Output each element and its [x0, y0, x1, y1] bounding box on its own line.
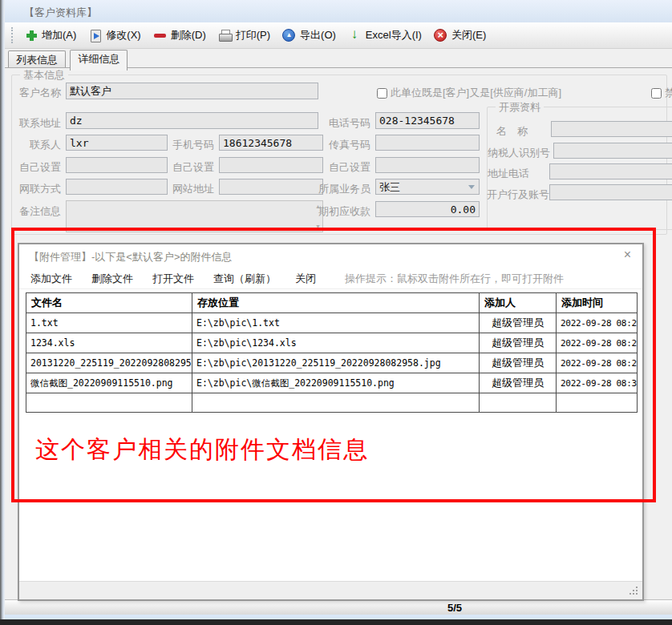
add-button-label: 增加(A): [42, 28, 76, 42]
add-icon: [23, 29, 38, 42]
cell-added-time: 2022-09-28 08:29: [557, 313, 638, 333]
close-button[interactable]: 关闭(E): [429, 26, 493, 45]
cell-filename: 微信截图_20220909115510.png: [26, 373, 192, 393]
invoice-group-title: 开票资料: [496, 101, 544, 113]
cell-added-by: 超级管理员: [480, 313, 557, 333]
dual-role-checkbox-wrap: 此单位既是[客户]又是[供应商/加工商]: [377, 86, 561, 100]
fax-label: 传真号码: [324, 138, 370, 152]
dual-role-checkbox-label: 此单位既是[客户]又是[供应商/加工商]: [391, 86, 561, 100]
status-bar: 5/5: [5, 599, 672, 615]
contact-address-label: 联系地址: [6, 116, 61, 131]
remark-textarea[interactable]: ▲ ▼: [66, 200, 323, 232]
cell-added-time: [557, 393, 638, 413]
menu-query-refresh[interactable]: 查询（刷新）: [213, 272, 276, 286]
excel-import-icon: [347, 29, 362, 42]
initial-receivable-input[interactable]: [375, 201, 480, 217]
attachment-manager-dialog: 【附件管理】-以下是<默认客户>的附件信息 × 添加文件 删除文件 打开文件 查…: [18, 243, 644, 601]
custom-right-label: 自己设置: [324, 160, 370, 175]
print-button[interactable]: 打印(P): [213, 26, 277, 45]
cell-added-time: 2022-09-28 08:29: [557, 353, 638, 373]
cell-added-by: [480, 393, 557, 413]
menu-open-file[interactable]: 打开文件: [152, 272, 194, 286]
table-row[interactable]: 20131220_225119_20220928082958.jpg E:\zb…: [26, 353, 638, 373]
invoice-name-input[interactable]: [551, 121, 672, 137]
custom-left-label: 自己设置: [6, 160, 61, 175]
mobile-input[interactable]: [219, 135, 323, 151]
custom-right-input[interactable]: [375, 157, 480, 173]
scroll-down-icon[interactable]: ▼: [315, 224, 321, 229]
toolbar: 增加(A) 修改(X) 删除(D) 打印(P) 导出(O) Excel导入(I): [5, 22, 672, 49]
export-button[interactable]: 导出(O): [277, 26, 343, 45]
website-label: 网站地址: [163, 182, 214, 196]
cell-added-by: 超级管理员: [480, 373, 557, 393]
remark-label: 备注信息: [6, 204, 61, 219]
invoice-bank-account-label: 开户行及账号: [487, 188, 549, 202]
cell-filename: 20131220_225119_20220928082958.jpg: [26, 353, 192, 373]
excel-import-button-label: Excel导入(I): [366, 28, 422, 42]
edit-button-label: 修改(X): [106, 28, 140, 42]
resize-grip-icon[interactable]: [636, 593, 638, 595]
dialog-close-icon[interactable]: ×: [624, 248, 631, 261]
table-row[interactable]: 1.txt E:\zb\pic\1.txt 超级管理员 2022-09-28 0…: [26, 313, 638, 333]
cell-added-by: 超级管理员: [480, 333, 557, 353]
invoice-address-phone-input[interactable]: [549, 163, 672, 179]
fax-input[interactable]: [375, 135, 480, 151]
disabled-checkbox-wrap: 禁: [651, 86, 672, 100]
net-contact-label: 网联方式: [6, 182, 61, 196]
window-title: 【客户资料库】: [24, 6, 97, 20]
export-button-label: 导出(O): [300, 28, 336, 42]
edit-button[interactable]: 修改(X): [83, 26, 148, 45]
salesman-select[interactable]: 张三: [375, 179, 480, 195]
add-button[interactable]: 增加(A): [19, 26, 83, 45]
phone-label: 电话号码: [324, 116, 370, 131]
edit-icon: [87, 29, 103, 42]
tab-detail-info[interactable]: 详细信息: [70, 50, 128, 71]
table-row-empty[interactable]: [26, 393, 638, 413]
cell-filename: [26, 393, 192, 413]
website-input[interactable]: [219, 179, 323, 195]
tabstrip: 列表信息 详细信息: [5, 49, 672, 67]
delete-button[interactable]: 删除(D): [148, 26, 213, 45]
table-row[interactable]: 微信截图_20220909115510.png E:\zb\pic\微信截图_2…: [26, 373, 638, 393]
cell-location: E:\zb\pic\1234.xls: [192, 333, 480, 353]
invoice-taxid-input[interactable]: [553, 143, 672, 159]
invoice-taxid-label: 纳税人识别号: [488, 146, 550, 160]
attachment-table: 文件名 存放位置 添加人 添加时间 1.txt E:\zb\pic\1.txt …: [26, 292, 638, 413]
annotation-text: 这个客户相关的附件文档信息: [35, 433, 369, 466]
cell-location: E:\zb\pic\1.txt: [192, 313, 480, 333]
invoice-bank-account-input[interactable]: [549, 184, 672, 200]
window-titlebar: 【客户资料库】: [5, 0, 672, 22]
window-bottom-edge: [5, 615, 672, 619]
salesman-label: 所属业务员: [318, 182, 370, 196]
disabled-checkbox[interactable]: [651, 88, 662, 99]
excel-import-button[interactable]: Excel导入(I): [343, 26, 429, 45]
toolbar-grip: [11, 27, 13, 43]
menu-close[interactable]: 关闭: [295, 272, 316, 286]
custom-mid-input[interactable]: [219, 157, 323, 173]
col-header-added-by: 添加人: [480, 293, 557, 313]
table-header-row: 文件名 存放位置 添加人 添加时间: [26, 293, 638, 313]
menu-add-file[interactable]: 添加文件: [30, 272, 72, 286]
close-icon: [433, 29, 448, 42]
dual-role-checkbox[interactable]: [377, 88, 387, 99]
disabled-checkbox-label: 禁: [665, 86, 672, 100]
phone-input[interactable]: [375, 112, 480, 129]
cell-location: E:\zb\pic\20131220_225119_20220928082958…: [192, 353, 480, 373]
net-contact-input[interactable]: [66, 179, 168, 195]
export-icon: [281, 29, 297, 42]
customer-name-label: 客户名称: [6, 86, 61, 100]
operation-hint: 操作提示：鼠标双击附件所在行，即可打开附件: [345, 272, 564, 286]
table-row[interactable]: 1234.xls E:\zb\pic\1234.xls 超级管理员 2022-0…: [26, 333, 638, 353]
invoice-name-label: 名 称: [496, 124, 528, 139]
contact-address-input[interactable]: [66, 112, 318, 129]
invoice-address-phone-label: 地址电话: [488, 167, 529, 181]
col-header-location: 存放位置: [192, 293, 480, 313]
cell-location: [192, 393, 480, 413]
custom-left-input[interactable]: [66, 157, 168, 173]
menu-delete-file[interactable]: 删除文件: [91, 272, 133, 286]
initial-receivable-label: 期初应收款: [318, 204, 370, 219]
delete-button-label: 删除(D): [171, 28, 206, 42]
cell-location: E:\zb\pic\微信截图_20220909115510.png: [192, 373, 480, 393]
contact-person-input[interactable]: [66, 135, 168, 151]
customer-name-input[interactable]: [66, 83, 318, 99]
